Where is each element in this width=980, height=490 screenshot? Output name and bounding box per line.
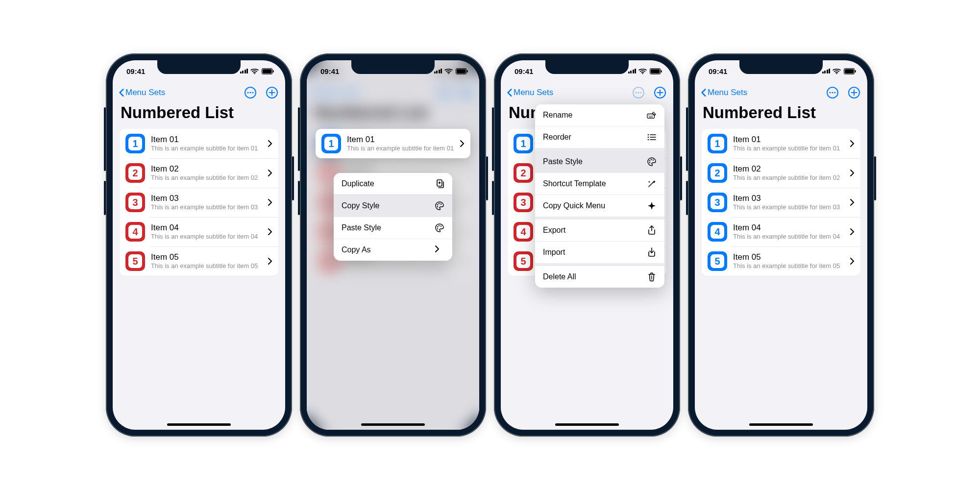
status-time: 09:41: [512, 67, 533, 75]
ellipsis-circle-icon: [244, 86, 257, 99]
add-button[interactable]: [847, 85, 861, 100]
notch: [157, 60, 241, 74]
plus-circle-icon: [848, 86, 860, 99]
list-item[interactable]: 5Item 05This is an example subtitle for …: [120, 246, 278, 276]
menu-item-label: Copy Quick Menu: [543, 201, 605, 210]
back-label: Menu Sets: [514, 88, 553, 98]
menu-item-paste-style[interactable]: Paste Style: [334, 217, 452, 239]
item-number-badge: 3: [514, 193, 533, 212]
phone-frame: 09:41 Menu Sets Numbered List 1Ite: [688, 53, 874, 437]
item-title: Item 04: [733, 222, 847, 233]
item-subtitle: This is an example subtitle for item 02: [151, 174, 265, 182]
phone-screen: 09:41 Menu Sets Numbered List 1Ite: [695, 60, 867, 430]
chevron-right-icon: [268, 169, 272, 177]
item-number-badge: 2: [125, 163, 145, 183]
list-item[interactable]: 1Item 01This is an example subtitle for …: [120, 129, 278, 158]
item-number-badge: 2: [514, 163, 533, 183]
notch: [739, 60, 823, 74]
status-bar-overlay: 09:41: [307, 60, 479, 82]
menu-item-label: Paste Style: [543, 157, 583, 166]
sparkle-icon: [647, 201, 657, 211]
wand-stars-icon: [647, 179, 657, 189]
menu-item-label: Import: [543, 248, 565, 257]
menu-item-label: Reorder: [543, 133, 571, 142]
menu-item-reorder[interactable]: Reorder: [535, 126, 664, 148]
menu-item-delete-all[interactable]: Delete All: [535, 266, 664, 288]
context-menu: DuplicateCopy StylePaste StyleCopy As: [334, 173, 452, 261]
menu-item-duplicate[interactable]: Duplicate: [334, 173, 452, 195]
item-subtitle: This is an example subtitle for item 02: [733, 174, 847, 182]
list-item[interactable]: 3Item 03This is an example subtitle for …: [120, 188, 278, 217]
wifi-icon: [444, 68, 453, 74]
navbar: Menu Sets: [113, 82, 285, 103]
phone-frame: 09:41 Menu Sets: [494, 53, 680, 437]
more-button[interactable]: [825, 85, 840, 100]
list-item[interactable]: 4Item 04This is an example subtitle for …: [120, 217, 278, 246]
list-item[interactable]: 4Item 04This is an example subtitle for …: [702, 217, 860, 246]
phone-screen: 09:41 Menu Sets: [501, 60, 673, 430]
item-subtitle: This is an example subtitle for item 05: [733, 262, 847, 270]
menu-item-paste-style[interactable]: Paste Style: [535, 151, 664, 172]
phone-screen: 09:41 Menu Sets: [307, 60, 479, 430]
battery-icon: [455, 68, 468, 74]
battery-icon: [261, 68, 274, 74]
signal-icon: [434, 69, 442, 74]
wifi-icon: [638, 68, 647, 74]
back-button[interactable]: Menu Sets: [119, 88, 165, 98]
chevron-right-icon: [268, 228, 272, 236]
signal-icon: [628, 69, 637, 74]
page-title: Numbered List: [113, 103, 285, 125]
item-subtitle: This is an example subtitle for item 05: [151, 262, 265, 270]
item-number-badge: 1: [125, 134, 145, 153]
menu-item-copy-as[interactable]: Copy As: [334, 239, 452, 261]
menu-item-import[interactable]: Import: [535, 241, 664, 263]
list-item[interactable]: 5Item 05This is an example subtitle for …: [702, 246, 860, 276]
item-title: Item 02: [733, 164, 847, 174]
list-item[interactable]: 3Item 03This is an example subtitle for …: [702, 188, 860, 217]
status-time: 09:41: [706, 67, 727, 75]
keyboard-pencil-icon: [647, 110, 657, 120]
back-label: Menu Sets: [708, 88, 747, 98]
status-time: 09:41: [123, 67, 145, 75]
item-number-badge: 2: [708, 163, 727, 183]
back-label: Menu Sets: [125, 88, 165, 98]
notch: [545, 60, 629, 74]
menu-item-copy-style[interactable]: Copy Style: [334, 195, 452, 217]
menu-item-rename[interactable]: Rename: [535, 104, 664, 126]
list-item[interactable]: 2Item 02This is an example subtitle for …: [702, 158, 860, 188]
more-button[interactable]: [631, 85, 646, 100]
back-button[interactable]: Menu Sets: [701, 88, 747, 98]
menu-item-shortcut-template[interactable]: Shortcut Template: [535, 172, 664, 195]
item-subtitle: This is an example subtitle for item 01: [733, 145, 847, 153]
menu-item-label: Rename: [543, 111, 572, 120]
item-number-badge: 1: [514, 134, 533, 153]
item-number-badge: 4: [708, 222, 727, 242]
list-item[interactable]: 1Item 01This is an example subtitle for …: [702, 129, 860, 158]
back-button[interactable]: Menu Sets: [507, 88, 553, 98]
add-button[interactable]: [265, 85, 279, 100]
add-button[interactable]: [653, 85, 667, 100]
ellipsis-circle-icon: [632, 86, 645, 99]
item-number-badge: 3: [708, 193, 727, 212]
menu-item-export[interactable]: Export: [535, 220, 664, 241]
home-indicator[interactable]: [361, 423, 425, 426]
share-up-icon: [647, 225, 657, 235]
items-card: 1Item 01This is an example subtitle for …: [702, 129, 860, 276]
item-title: Item 05: [733, 252, 847, 262]
home-indicator[interactable]: [555, 423, 619, 426]
wifi-icon: [250, 68, 259, 74]
home-indicator[interactable]: [167, 423, 231, 426]
menu-item-copy-quick-menu[interactable]: Copy Quick Menu: [535, 195, 664, 217]
list-item[interactable]: 2Item 02This is an example subtitle for …: [120, 158, 278, 188]
phone-frame: 09:41 Menu Sets: [300, 53, 486, 437]
duplicate-icon: [435, 179, 444, 189]
more-menu: RenameReorderPaste StyleShortcut Templat…: [535, 104, 664, 288]
home-indicator[interactable]: [749, 423, 813, 426]
chevron-right-icon: [850, 228, 855, 236]
list-item[interactable]: 1 Item 01 This is an example subtitle fo…: [316, 129, 470, 158]
share-down-icon: [647, 247, 657, 257]
palette-icon: [435, 201, 444, 211]
item-subtitle: This is an example subtitle for item 01: [347, 145, 457, 153]
wifi-icon: [833, 68, 841, 74]
more-button[interactable]: [243, 85, 258, 100]
